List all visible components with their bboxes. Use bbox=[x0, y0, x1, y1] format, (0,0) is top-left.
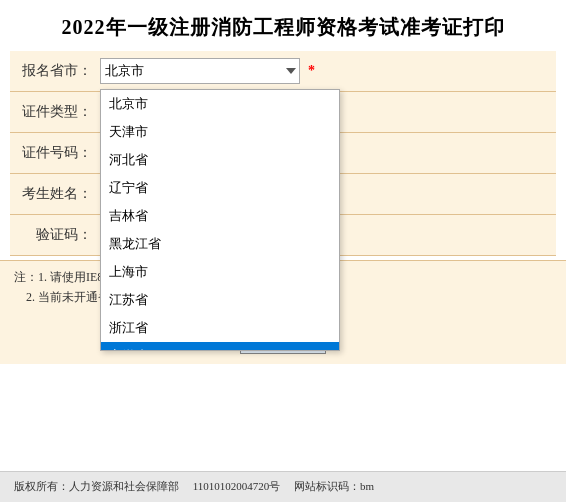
footer-copyright: 版权所有：人力资源和社会保障部 11010102004720号 网站标识码：bm bbox=[14, 477, 552, 497]
dropdown-scroll[interactable]: 北京市 天津市 河北省 辽宁省 吉林省 黑龙江省 上海市 江苏省 浙江省 安徽省… bbox=[101, 90, 339, 350]
province-dropdown[interactable]: 北京市 天津市 河北省 辽宁省 吉林省 黑龙江省 上海市 江苏省 浙江省 安徽省… bbox=[100, 89, 340, 351]
province-row: 报名省市： * 北京市 天津市 河北省 辽宁省 吉林省 黑龙江省 上海市 bbox=[10, 51, 556, 92]
form-area: 报名省市： * 北京市 天津市 河北省 辽宁省 吉林省 黑龙江省 上海市 bbox=[0, 51, 566, 256]
record-text: 11010102004720号 bbox=[193, 480, 281, 492]
province-select-wrapper bbox=[100, 58, 300, 84]
dropdown-item-zhejiang[interactable]: 浙江省 bbox=[101, 314, 339, 342]
dropdown-item-beijing[interactable]: 北京市 bbox=[101, 90, 339, 118]
dropdown-item-jiangsu[interactable]: 江苏省 bbox=[101, 286, 339, 314]
dropdown-item-jilin[interactable]: 吉林省 bbox=[101, 202, 339, 230]
dropdown-item-shanghai[interactable]: 上海市 bbox=[101, 258, 339, 286]
copyright-text: 版权所有：人力资源和社会保障部 bbox=[14, 480, 179, 492]
page-wrapper: 2022年一级注册消防工程师资格考试准考证打印 报名省市： * 北京市 天津市 … bbox=[0, 0, 566, 502]
dropdown-item-heilongjiang[interactable]: 黑龙江省 bbox=[101, 230, 339, 258]
name-label: 考生姓名： bbox=[10, 185, 100, 203]
province-input-wrap: * bbox=[100, 58, 556, 84]
dropdown-item-anhui[interactable]: 安徽省 bbox=[101, 342, 339, 350]
id-type-label: 证件类型： bbox=[10, 103, 100, 121]
id-number-label: 证件号码： bbox=[10, 144, 100, 162]
province-label: 报名省市： bbox=[10, 62, 100, 80]
note-spacer bbox=[14, 287, 26, 307]
captcha-label: 验证码： bbox=[10, 226, 100, 244]
dropdown-item-hebei[interactable]: 河北省 bbox=[101, 146, 339, 174]
dropdown-item-liaoning[interactable]: 辽宁省 bbox=[101, 174, 339, 202]
page-title: 2022年一级注册消防工程师资格考试准考证打印 bbox=[0, 0, 566, 51]
website-text: 网站标识码：bm bbox=[294, 480, 374, 492]
province-required: * bbox=[308, 63, 315, 79]
note-title: 注： bbox=[14, 267, 38, 287]
province-select[interactable] bbox=[100, 58, 300, 84]
dropdown-item-tianjin[interactable]: 天津市 bbox=[101, 118, 339, 146]
footer: 版权所有：人力资源和社会保障部 11010102004720号 网站标识码：bm bbox=[0, 471, 566, 502]
